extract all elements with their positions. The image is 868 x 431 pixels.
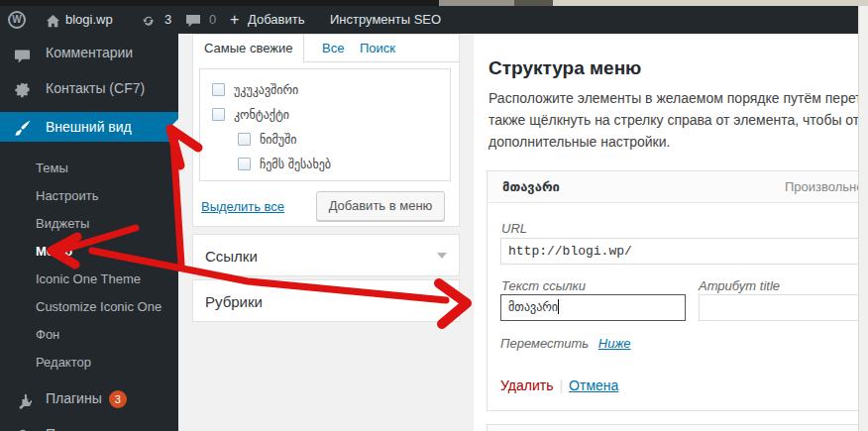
sidebar-item-users[interactable]: Пользователи [0,417,178,431]
checkbox[interactable] [212,108,225,121]
plugin-icon [14,388,34,408]
links-accordion[interactable]: Ссылки [192,234,460,276]
description-line: Расположите элементы в желаемом порядке … [488,87,858,109]
sidebar-item-contacts[interactable]: Контакты (CF7) [0,71,178,105]
admin-sidebar: Комментарии Контакты (CF7) Внешний вид Т… [0,34,178,431]
page-checklist-item: ჩემს შესახებ [200,153,450,177]
title-attribute-label: Атрибут title [699,278,780,293]
updates-icon[interactable] [141,6,157,34]
accordion-label: Ссылки [205,235,258,277]
select-all-link[interactable]: Выделить все [201,199,284,214]
submenu-item-background[interactable]: Фон [0,321,178,349]
sidebar-item-label: Внешний вид [46,112,132,142]
sidebar-item-comments[interactable]: Комментарии [0,36,178,69]
submenu-item-themes[interactable]: Темы [0,155,178,182]
sidebar-item-appearance[interactable]: Внешний вид [0,112,178,142]
sidebar-item-label: Комментарии [46,36,133,69]
tab-search[interactable]: Поиск [360,35,395,62]
comments-bubble-icon[interactable] [185,6,201,34]
item-actions: Удалить|Отмена [500,377,618,393]
menu-item-name: მთავარი [502,171,560,203]
submenu-item-menus[interactable]: Меню [0,238,178,266]
comments-count[interactable]: 0 [209,6,216,34]
submenu-item-widgets[interactable]: Виджеты [0,210,178,238]
accordion-label: Рубрики [205,280,263,323]
home-icon[interactable] [46,6,60,34]
move-label: Переместить [500,336,589,351]
gear-icon [14,78,34,98]
page-title: Структура меню [488,57,641,79]
user-icon [14,424,34,431]
page-checklist-item: უკუკავშირი [200,78,450,103]
menu-item-handle[interactable]: მთავარი Произвольное [488,171,858,203]
new-content-link[interactable]: Добавить [248,6,304,34]
comment-icon [14,43,34,62]
chevron-down-icon [437,298,447,304]
checkbox[interactable] [238,133,251,146]
page-label: ნიმუში [260,133,296,147]
description-line: дополнительные настройки. [488,131,858,153]
sidebar-item-plugins[interactable]: Плагины3 [0,381,178,415]
wordpress-logo-icon[interactable]: W [8,11,26,29]
title-attribute-input[interactable] [699,294,858,321]
browser-scrollbar[interactable] [858,6,868,431]
menu-structure-panel: Структура меню Расположите элементы в же… [473,34,858,431]
add-to-menu-button[interactable]: Добавить в меню [316,191,445,221]
submenu-item-customize[interactable]: Настроить [0,182,178,210]
menu-item-editor: მთავარი Произвольное URL http://blogi.wp… [487,170,858,411]
link-text-value: მთავარი [508,300,558,314]
delete-link[interactable]: Удалить [500,377,553,393]
site-name-link[interactable]: blogi.wp [65,6,113,34]
sidebar-item-label: Плагины3 [46,381,127,415]
checkbox[interactable] [212,83,225,96]
tab-most-recent[interactable]: Самые свежие [193,35,304,62]
active-item-notch [170,119,178,135]
chevron-down-icon [437,253,447,259]
plugins-update-badge: 3 [109,390,127,408]
page-checklist-item: ნიმუში [200,128,450,153]
seo-tools-link[interactable]: Инструменты SEO [330,6,441,34]
updates-count[interactable]: 3 [164,6,171,34]
paintbrush-icon [14,117,34,137]
plugins-label: Плагины [46,390,102,406]
page-checklist-item: კონტაქტი [200,103,450,128]
link-text-input[interactable]: მთავარი [500,294,686,321]
url-input[interactable]: http://blogi.wp/ [500,238,858,265]
add-pages-panel: Самые свежие Все Поиск უკუკავშირი კონტაქ… [192,34,460,227]
categories-accordion[interactable]: Рубрики [192,279,460,322]
sidebar-item-label: Пользователи [46,417,136,431]
menu-structure-description: Расположите элементы в желаемом порядке … [488,87,858,153]
sidebar-item-label: Контакты (CF7) [46,71,145,105]
next-menu-item-edge [487,424,858,431]
submenu-item-customize-iconic-one[interactable]: Customize Iconic One [0,293,178,321]
tab-view-all[interactable]: Все [322,35,344,62]
description-line: также щёлкнуть на стрелку справа от элем… [488,109,858,131]
plus-icon[interactable]: + [230,6,239,34]
checkbox[interactable] [238,158,251,170]
submenu-item-iconic-one-theme[interactable]: Iconic One Theme [0,266,178,293]
admin-bar: W blogi.wp 3 0 + Добавить Инструменты SE… [0,6,858,34]
menu-item-type: Произвольное [785,171,858,203]
move-row: Переместить Ниже [500,336,631,351]
pages-checklist: უკუკავშირი კონტაქტი ნიმუში ჩემს შესახებ [199,68,451,181]
appearance-submenu: Темы Настроить Виджеты Меню Iconic One T… [0,155,178,377]
page-label: კონტაქტი [234,108,289,122]
page-label: უკუკავშირი [234,83,298,97]
separator: | [559,377,563,393]
move-down-link[interactable]: Ниже [598,336,631,351]
cancel-link[interactable]: Отмена [569,377,618,393]
text-cursor [558,299,559,314]
link-text-label: Текст ссылки [501,278,586,293]
url-label: URL [501,221,527,236]
page-label: ჩემს შესახებ [260,158,331,171]
pages-tabs: Самые свежие Все Поиск [193,35,459,62]
submenu-item-editor[interactable]: Редактор [0,349,178,377]
